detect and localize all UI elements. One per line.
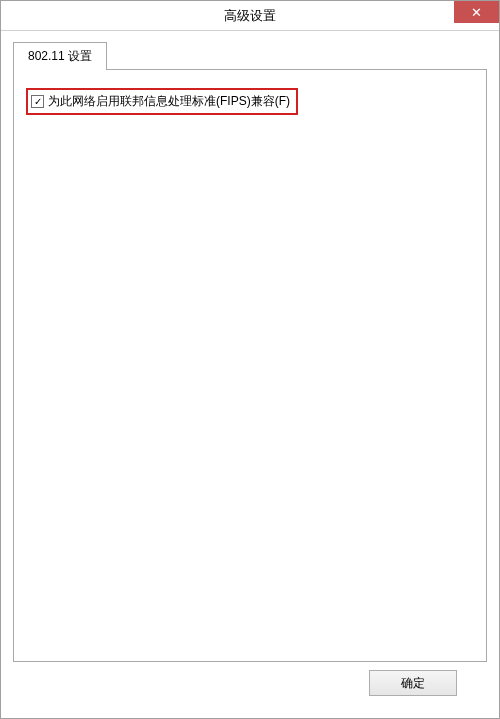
titlebar: 高级设置 ✕	[1, 1, 499, 31]
ok-button-label: 确定	[401, 675, 425, 692]
tab-label: 802.11 设置	[28, 49, 92, 63]
dialog-window: 高级设置 ✕ 802.11 设置 ✓ 为此网络启用联邦信息处理标准(FIPS)兼…	[0, 0, 500, 719]
checkmark-icon: ✓	[34, 97, 42, 107]
close-icon: ✕	[471, 5, 482, 20]
close-button[interactable]: ✕	[454, 1, 499, 23]
window-title: 高级设置	[1, 7, 499, 25]
highlight-annotation: ✓ 为此网络启用联邦信息处理标准(FIPS)兼容(F)	[26, 88, 298, 115]
tab-80211-settings[interactable]: 802.11 设置	[13, 42, 107, 70]
button-row: 确定	[13, 662, 487, 708]
fips-checkbox-row[interactable]: ✓ 为此网络启用联邦信息处理标准(FIPS)兼容(F)	[31, 93, 290, 110]
content-area: 802.11 设置 ✓ 为此网络启用联邦信息处理标准(FIPS)兼容(F) 确定	[1, 31, 499, 718]
ok-button[interactable]: 确定	[369, 670, 457, 696]
fips-checkbox[interactable]: ✓	[31, 95, 44, 108]
tab-container: 802.11 设置 ✓ 为此网络启用联邦信息处理标准(FIPS)兼容(F)	[13, 41, 487, 662]
tab-panel: ✓ 为此网络启用联邦信息处理标准(FIPS)兼容(F)	[13, 69, 487, 662]
tab-header: 802.11 设置	[13, 41, 487, 69]
fips-checkbox-label: 为此网络启用联邦信息处理标准(FIPS)兼容(F)	[48, 93, 290, 110]
